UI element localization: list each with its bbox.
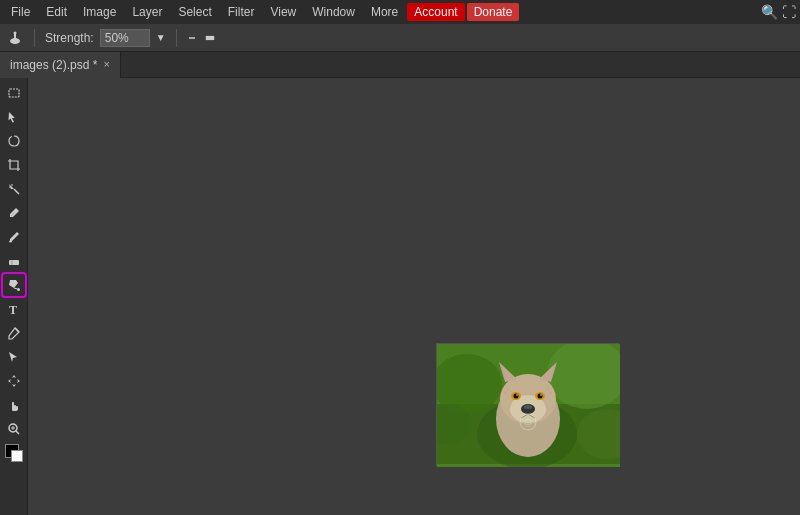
tool-crop[interactable]: [3, 154, 25, 176]
svg-point-42: [538, 394, 543, 399]
left-toolbar: T: [0, 78, 28, 515]
svg-point-12: [9, 241, 12, 243]
tool-zoom[interactable]: [3, 418, 25, 440]
svg-point-2: [14, 31, 17, 34]
tool-pen[interactable]: [3, 322, 25, 344]
tab-images-psd[interactable]: images (2).psd * ×: [0, 52, 121, 78]
menu-account[interactable]: Account: [407, 3, 464, 21]
tool-eraser[interactable]: [3, 250, 25, 272]
strength-label: Strength:: [45, 31, 94, 45]
tab-label: images (2).psd *: [10, 58, 97, 72]
menu-donate[interactable]: Donate: [467, 3, 520, 21]
menu-more[interactable]: More: [364, 3, 405, 21]
tab-close-button[interactable]: ×: [103, 59, 109, 70]
zoom-icons: 🔍 ⛶: [761, 4, 796, 20]
brush-shape-large[interactable]: [203, 31, 217, 45]
svg-marker-6: [8, 112, 15, 123]
menu-edit[interactable]: Edit: [39, 3, 74, 21]
svg-text:T: T: [9, 303, 17, 316]
wolf-image: [437, 344, 620, 467]
svg-marker-19: [12, 375, 16, 387]
svg-line-22: [16, 431, 19, 434]
tool-brush[interactable]: [3, 226, 25, 248]
tool-eyedropper[interactable]: [3, 202, 25, 224]
canvas-area: [28, 78, 800, 515]
photo-canvas: [436, 343, 619, 466]
fullscreen-icon[interactable]: ⛶: [782, 4, 796, 20]
tool-hand[interactable]: [3, 394, 25, 416]
menu-view[interactable]: View: [263, 3, 303, 21]
menu-filter[interactable]: Filter: [221, 3, 262, 21]
tool-marquee[interactable]: [3, 82, 25, 104]
tab-bar: images (2).psd * ×: [0, 52, 800, 78]
menu-layer[interactable]: Layer: [125, 3, 169, 21]
svg-point-41: [514, 394, 519, 399]
toolbar-sep-2: [176, 29, 177, 47]
tool-move[interactable]: [3, 370, 25, 392]
menu-file[interactable]: File: [4, 3, 37, 21]
tool-magic-wand[interactable]: [3, 178, 25, 200]
tool-colors[interactable]: [3, 442, 25, 464]
svg-point-43: [516, 394, 518, 396]
options-toolbar: Strength: ▼: [0, 24, 800, 52]
menu-select[interactable]: Select: [171, 3, 218, 21]
svg-marker-20: [8, 379, 20, 383]
strength-arrow[interactable]: ▼: [156, 32, 166, 43]
zoom-search-icon[interactable]: 🔍: [761, 4, 778, 20]
svg-marker-18: [9, 352, 17, 362]
toolbar-tool-icon: [6, 29, 24, 47]
svg-rect-5: [9, 89, 19, 97]
menu-bar: File Edit Image Layer Select Filter View…: [0, 0, 800, 24]
tool-lasso[interactable]: [3, 130, 25, 152]
toolbar-sep-1: [34, 29, 35, 47]
tool-select-path[interactable]: [3, 346, 25, 368]
tool-paint-bucket[interactable]: [3, 274, 25, 296]
main-area: T: [0, 78, 800, 515]
svg-point-46: [524, 405, 532, 409]
svg-point-44: [540, 394, 542, 396]
svg-line-16: [14, 288, 18, 289]
svg-point-15: [17, 288, 20, 291]
strength-input[interactable]: [100, 29, 150, 47]
tool-text[interactable]: T: [3, 298, 25, 320]
svg-rect-13: [9, 260, 19, 265]
menu-image[interactable]: Image: [76, 3, 123, 21]
tool-arrow[interactable]: [3, 106, 25, 128]
svg-line-7: [14, 189, 19, 194]
brush-shape-small[interactable]: [187, 33, 197, 43]
menu-window[interactable]: Window: [305, 3, 362, 21]
